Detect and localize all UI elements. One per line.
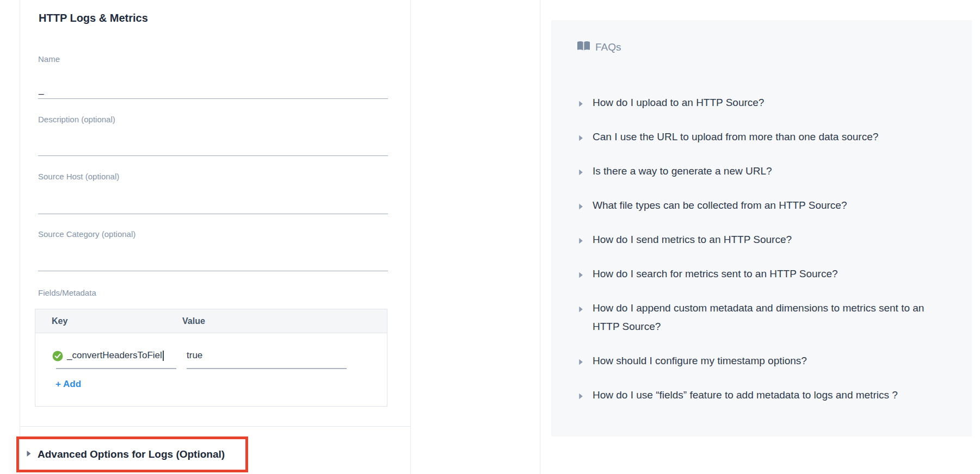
- value-input-underline: [187, 368, 347, 369]
- caret-right-icon: [578, 392, 583, 398]
- caret-right-icon: [26, 450, 32, 459]
- name-value: _: [39, 85, 44, 96]
- annotation-highlight-box: Advanced Options for Logs (Optional): [16, 436, 248, 472]
- caret-right-icon: [578, 271, 583, 277]
- advanced-options-toggle[interactable]: Advanced Options for Logs (Optional): [19, 448, 225, 460]
- name-input[interactable]: _: [38, 65, 388, 99]
- caret-right-icon: [578, 99, 583, 106]
- section-divider: [20, 426, 410, 427]
- faq-item[interactable]: How do I send metrics to an HTTP Source?: [578, 230, 927, 249]
- description-field: Description (optional): [38, 115, 388, 156]
- source-host-field: Source Host (optional): [38, 172, 388, 214]
- fields-metadata-table: Key Value _convertHeadersToFiel true + A…: [35, 309, 387, 407]
- add-field-button[interactable]: + Add: [56, 379, 81, 390]
- caret-right-icon: [578, 305, 583, 311]
- source-host-input[interactable]: [38, 182, 388, 214]
- field-value-input[interactable]: true: [187, 350, 202, 361]
- source-category-field: Source Category (optional): [38, 229, 388, 271]
- page: HTTP Logs & Metrics Name _ Description (…: [0, 0, 980, 474]
- faq-header: FAQs: [577, 41, 621, 53]
- name-label: Name: [38, 54, 388, 65]
- faq-title: FAQs: [595, 41, 621, 53]
- faq-item[interactable]: How do I use “fields” feature to add met…: [578, 386, 927, 404]
- faq-item[interactable]: How do I search for metrics sent to an H…: [578, 265, 927, 283]
- book-icon: [577, 41, 590, 53]
- source-host-label: Source Host (optional): [38, 172, 388, 182]
- key-column-header: Key: [52, 316, 182, 326]
- description-label: Description (optional): [38, 115, 388, 125]
- column-divider-1: [410, 0, 411, 474]
- faq-list: How do I upload to an HTTP Source? Can I…: [578, 93, 927, 420]
- value-column-header: Value: [182, 316, 205, 326]
- caret-right-icon: [578, 236, 583, 243]
- check-circle-icon: [52, 351, 63, 361]
- faq-item[interactable]: How do I append custom metadata and dime…: [578, 299, 927, 336]
- faq-panel: FAQs How do I upload to an HTTP Source? …: [551, 20, 972, 436]
- page-title: HTTP Logs & Metrics: [39, 12, 148, 24]
- faq-item[interactable]: How should I configure my timestamp opti…: [578, 352, 927, 370]
- caret-right-icon: [578, 168, 583, 174]
- advanced-options-label: Advanced Options for Logs (Optional): [38, 448, 225, 460]
- caret-right-icon: [578, 358, 583, 364]
- faq-item[interactable]: Can I use the URL to upload from more th…: [578, 128, 927, 146]
- table-header-row: Key Value: [35, 309, 387, 333]
- column-divider-2: [540, 0, 540, 474]
- form-panel-left-border: [20, 0, 20, 474]
- description-input[interactable]: [38, 125, 388, 156]
- fields-metadata-label: Fields/Metadata: [38, 288, 96, 297]
- source-category-label: Source Category (optional): [38, 229, 388, 240]
- name-field: Name _: [38, 54, 388, 99]
- caret-right-icon: [578, 202, 583, 209]
- key-input-underline: [56, 368, 176, 369]
- caret-right-icon: [578, 134, 583, 140]
- faq-item[interactable]: How do I upload to an HTTP Source?: [578, 93, 927, 112]
- source-category-input[interactable]: [38, 240, 388, 271]
- faq-item[interactable]: What file types can be collected from an…: [578, 196, 927, 215]
- text-cursor: [163, 351, 164, 361]
- faq-item[interactable]: Is there a way to generate a new URL?: [578, 162, 927, 180]
- field-key-input[interactable]: _convertHeadersToFiel: [67, 350, 164, 361]
